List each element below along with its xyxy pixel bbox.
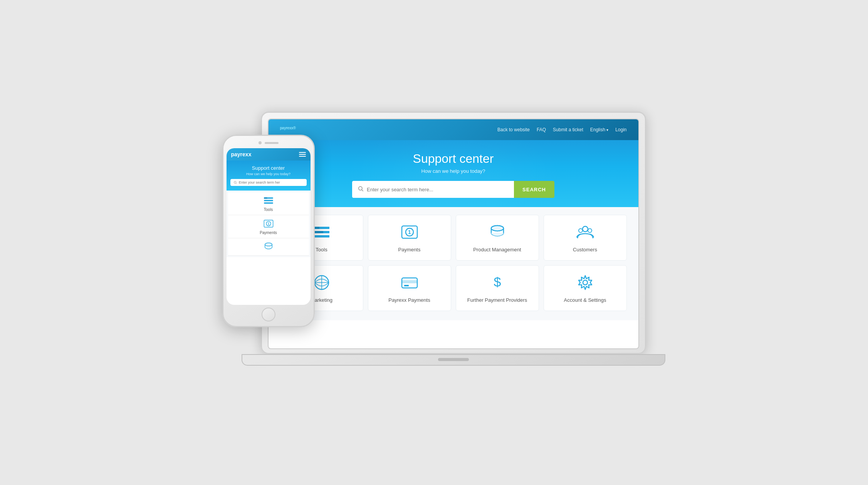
phone-search-input[interactable]	[239, 181, 304, 184]
svg-text:$: $	[494, 274, 501, 289]
phone-header: payrexx	[227, 148, 311, 161]
customers-icon	[548, 223, 623, 243]
nav-submit-ticket[interactable]: Submit a ticket	[553, 127, 583, 132]
menu-line-3	[299, 156, 306, 157]
phone-menu-button[interactable]	[299, 152, 306, 157]
category-label-customers: Customers	[548, 247, 623, 253]
svg-line-26	[236, 183, 237, 184]
phone-categories: Tools 1 Payments	[227, 191, 311, 257]
phone-home-button[interactable]	[262, 308, 275, 321]
svg-rect-28	[264, 200, 273, 201]
svg-rect-21	[404, 285, 409, 286]
category-card-further-payment-providers[interactable]: $ Further Payment Providers	[456, 265, 539, 311]
phone-search-box	[230, 179, 307, 186]
nav-faq[interactable]: FAQ	[537, 127, 546, 132]
nav-login[interactable]: Login	[615, 127, 626, 132]
menu-line-1	[299, 152, 306, 153]
phone-speaker	[265, 142, 279, 144]
svg-rect-29	[264, 202, 273, 204]
category-card-product-management[interactable]: Product Management	[456, 215, 539, 261]
svg-rect-6	[314, 231, 323, 233]
svg-text:1: 1	[408, 229, 411, 235]
payments-icon: 1	[372, 223, 447, 243]
laptop-device: payrexx® Back to website FAQ Submit a ti…	[261, 112, 646, 366]
phone-category-product-management-partial[interactable]	[228, 238, 309, 256]
laptop-outer: payrexx® Back to website FAQ Submit a ti…	[261, 112, 646, 354]
search-row: SEARCH	[276, 181, 631, 198]
svg-rect-30	[264, 197, 267, 199]
site-logo: payrexx®	[280, 125, 296, 135]
svg-point-14	[579, 229, 583, 232]
svg-point-24	[583, 280, 588, 285]
phone-camera	[259, 141, 262, 144]
payrexx-payments-icon	[372, 273, 447, 293]
phone-payments-icon: 1	[263, 218, 274, 229]
svg-point-0	[359, 187, 362, 190]
svg-point-34	[265, 243, 272, 246]
hero-subtitle: How can we help you today?	[276, 168, 631, 174]
logo-text: payrexx	[280, 126, 293, 130]
search-input[interactable]	[367, 187, 509, 192]
scene: payrexx® Back to website FAQ Submit a ti…	[222, 112, 646, 373]
search-box	[352, 181, 514, 198]
phone-category-tools[interactable]: Tools	[228, 192, 309, 215]
category-card-payments[interactable]: 1 Payments	[368, 215, 451, 261]
categories-section: Tools 1 Payments	[269, 207, 638, 320]
category-card-account-settings[interactable]: Account & Settings	[544, 265, 627, 311]
phone-product-icon	[263, 241, 274, 252]
phone-tools-label: Tools	[264, 207, 273, 212]
site-header: payrexx® Back to website FAQ Submit a ti…	[269, 119, 638, 140]
phone-hero: Support center How can we help you today…	[227, 161, 311, 191]
further-payment-providers-icon: $	[460, 273, 535, 293]
category-grid: Tools 1 Payments	[280, 215, 627, 311]
account-settings-icon	[548, 273, 623, 293]
product-management-icon	[460, 223, 535, 243]
phone-outer: payrexx Support center How can we help y…	[222, 135, 315, 327]
search-button[interactable]: SEARCH	[514, 181, 554, 198]
nav-language[interactable]: English	[590, 127, 608, 132]
menu-line-2	[299, 154, 306, 155]
site-nav: Back to website FAQ Submit a ticket Engl…	[497, 127, 627, 132]
phone-payments-label: Payments	[260, 231, 277, 235]
category-label-payments: Payments	[372, 247, 447, 253]
svg-point-13	[583, 226, 588, 232]
hero-section: Support center How can we help you today…	[269, 140, 638, 207]
phone-notch	[253, 140, 284, 146]
svg-rect-5	[314, 227, 319, 229]
phone-screen: payrexx Support center How can we help y…	[227, 148, 311, 305]
svg-line-1	[362, 190, 363, 191]
laptop-screen: payrexx® Back to website FAQ Submit a ti…	[268, 119, 639, 349]
nav-back-to-website[interactable]: Back to website	[497, 127, 530, 132]
laptop-base	[242, 354, 665, 366]
phone-hero-subtitle: How can we help you today?	[230, 172, 307, 176]
svg-point-15	[588, 229, 592, 232]
logo-trademark: ®	[293, 126, 296, 130]
svg-point-25	[234, 181, 236, 183]
category-label-account-settings: Account & Settings	[548, 297, 623, 303]
search-icon	[358, 186, 364, 193]
phone-logo: payrexx	[231, 151, 252, 157]
phone-device: payrexx Support center How can we help y…	[222, 135, 315, 327]
phone-category-payments[interactable]: 1 Payments	[228, 215, 309, 238]
svg-rect-20	[402, 280, 417, 283]
category-card-payrexx-payments[interactable]: Payrexx Payments	[368, 265, 451, 311]
svg-rect-4	[314, 235, 329, 237]
phone-search-icon	[233, 181, 237, 184]
phone-hero-title: Support center	[230, 165, 307, 171]
category-label-further-payment-providers: Further Payment Providers	[460, 297, 535, 303]
category-label-payrexx-payments: Payrexx Payments	[372, 297, 447, 303]
svg-text:1: 1	[267, 222, 269, 226]
phone-tools-icon	[263, 195, 274, 206]
category-label-product-management: Product Management	[460, 247, 535, 253]
category-card-customers[interactable]: Customers	[544, 215, 627, 261]
hero-title: Support center	[276, 152, 631, 166]
